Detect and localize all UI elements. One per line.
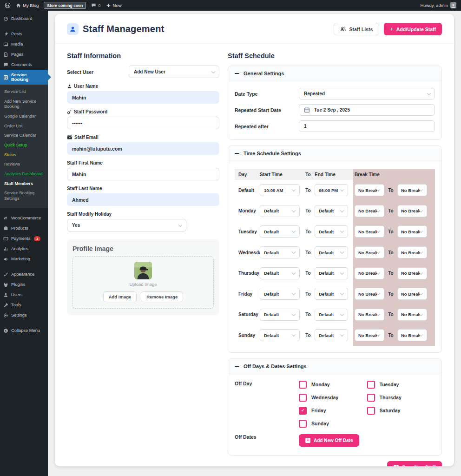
sidebar-item-collapse-menu[interactable]: Collapse Menu (0, 326, 48, 336)
staff-lists-button[interactable]: Staff Lists (334, 23, 379, 35)
break-start-select[interactable]: No Break (355, 329, 384, 341)
sidebar-item-plugins[interactable]: Plugins (0, 280, 48, 290)
sidebar-item-tools[interactable]: Tools (0, 300, 48, 311)
end-time-select[interactable]: Default (315, 246, 348, 258)
sidebar-item-posts[interactable]: Posts (0, 29, 48, 39)
add-update-staff-button[interactable]: + Add/Update Staff (384, 23, 442, 35)
off-day-option[interactable]: Saturday (367, 407, 435, 415)
staff-email-field[interactable]: mahin@lutuputu.com (67, 142, 219, 155)
site-name-menu[interactable]: My Blog (16, 3, 39, 8)
store-coming-soon-badge[interactable]: Store coming soon (44, 2, 86, 9)
break-end-select[interactable]: No Break (397, 184, 427, 196)
sidebar-item-media[interactable]: Media (0, 39, 48, 49)
off-day-option[interactable]: Sunday (299, 420, 367, 428)
sidebar-subitem[interactable]: Google Calendar (0, 112, 48, 121)
sidebar-item-products[interactable]: Products (0, 223, 48, 233)
sidebar-item-analytics[interactable]: Analytics (0, 244, 48, 254)
sidebar-item-comments[interactable]: Comments (0, 60, 48, 70)
end-time-select[interactable]: Default (315, 309, 348, 321)
break-start-select[interactable]: No Break (355, 246, 384, 258)
select-user-dropdown[interactable]: Add New User (129, 66, 219, 78)
end-time-select[interactable]: Default (315, 205, 348, 217)
staff-modify-holiday-dropdown[interactable]: Yes (67, 219, 186, 231)
break-end-select[interactable]: No Break (397, 205, 427, 217)
staff-password-field[interactable]: •••••• (67, 117, 219, 129)
sidebar-subitem[interactable]: Add New Service Booking (0, 97, 48, 112)
sidebar-item-payments[interactable]: Payments 1 (0, 233, 48, 244)
off-day-option[interactable]: Tuesday (367, 381, 435, 389)
sidebar-subitem[interactable]: Analytics Dashboard (0, 170, 48, 179)
break-start-select[interactable]: No Break (355, 225, 384, 238)
sidebar-subitem[interactable]: Service Calendar (0, 131, 48, 141)
start-time-select[interactable]: Default (260, 205, 300, 217)
add-image-button[interactable]: Add Image (103, 291, 137, 302)
sidebar-subitem[interactable]: Quick Setup (0, 141, 48, 151)
off-day-option[interactable]: Monday (299, 381, 367, 389)
start-time-select[interactable]: Default (260, 225, 300, 238)
checkbox[interactable] (367, 381, 375, 389)
sidebar-subitem[interactable]: Staff Members (0, 179, 48, 189)
date-type-dropdown[interactable]: Repeated (299, 88, 435, 99)
staff-first-name-field[interactable]: Mahin (67, 168, 219, 180)
start-time-select[interactable]: 10:00 AM (260, 184, 300, 196)
off-days-header[interactable]: Off Days & Dates Settings (228, 359, 441, 374)
start-time-select[interactable]: Default (260, 267, 300, 279)
checkbox[interactable] (299, 394, 307, 402)
break-end-select[interactable]: No Break (397, 246, 427, 258)
end-time-select[interactable]: Default (315, 288, 348, 300)
sidebar-item-users[interactable]: Users (0, 290, 48, 300)
end-time-select[interactable]: Default (315, 267, 348, 279)
save-new-staff-button[interactable]: + Save New Staff (387, 461, 442, 466)
sidebar-item-dashboard[interactable]: Dashboard (0, 13, 48, 24)
break-end-select[interactable]: No Break (397, 329, 427, 341)
to-label: To (384, 229, 397, 234)
time-schedule-header[interactable]: Time Schedule Settings (228, 146, 441, 161)
start-time-select[interactable]: Default (260, 288, 300, 300)
sidebar-item-woocommerce[interactable]: WooCommerce (0, 213, 48, 223)
sidebar-item-appearance[interactable]: Appearance (0, 270, 48, 280)
break-start-select[interactable]: No Break (355, 267, 384, 279)
break-end-select[interactable]: No Break (397, 288, 427, 300)
sidebar-subitem[interactable]: Reviews (0, 160, 48, 170)
break-start-select[interactable]: No Break (355, 184, 384, 196)
repeated-after-field[interactable]: 1 (299, 120, 435, 132)
sidebar-subitem[interactable]: Status (0, 150, 48, 160)
checkbox[interactable] (367, 407, 375, 415)
sidebar-item-service-booking[interactable]: Service Booking (0, 70, 48, 85)
sidebar-subitem[interactable]: Order List (0, 121, 48, 131)
sidebar-item-pages[interactable]: Pages (0, 49, 48, 60)
repeated-start-date-field[interactable]: Tue 2 Sep , 2025 (299, 104, 435, 116)
wordpress-logo-icon[interactable] (5, 2, 11, 8)
end-time-select[interactable]: Default (315, 329, 348, 341)
checkbox[interactable] (367, 394, 375, 402)
break-start-select[interactable]: No Break (355, 288, 384, 300)
break-end-select[interactable]: No Break (397, 267, 427, 279)
account-menu[interactable]: Howdy, admin (421, 2, 457, 8)
checkbox[interactable] (299, 420, 307, 428)
break-start-select[interactable]: No Break (355, 205, 384, 217)
off-day-option[interactable]: Friday (299, 407, 367, 415)
sidebar-subitem[interactable]: Service List (0, 87, 48, 97)
break-start-select[interactable]: No Break (355, 309, 384, 321)
remove-image-button[interactable]: Remove Image (141, 291, 183, 302)
off-day-option[interactable]: Thursday (367, 394, 435, 402)
staff-last-name-field[interactable]: Ahmed (67, 193, 219, 206)
sidebar-subitem[interactable]: Service Booking Settings (0, 189, 48, 204)
user-name-field[interactable]: Mahin (67, 91, 219, 104)
sidebar-item-settings[interactable]: Settings (0, 311, 48, 321)
sidebar-item-marketing[interactable]: Marketing (0, 254, 48, 264)
new-content-menu[interactable]: New (106, 3, 122, 8)
off-day-option[interactable]: Wednesday (299, 394, 367, 402)
start-time-select[interactable]: Default (260, 309, 300, 321)
start-time-select[interactable]: Default (260, 329, 300, 341)
checkbox[interactable] (299, 381, 307, 389)
end-time-select[interactable]: Default (315, 225, 348, 238)
break-end-select[interactable]: No Break (397, 225, 427, 238)
add-new-off-date-button[interactable]: + Add New Off Date (299, 434, 359, 447)
break-end-select[interactable]: No Break (397, 309, 427, 321)
general-settings-header[interactable]: General Settings (228, 66, 441, 81)
comments-menu[interactable]: 0 (91, 3, 100, 8)
checkbox[interactable] (299, 407, 307, 415)
start-time-select[interactable]: Default (260, 246, 300, 258)
end-time-select[interactable]: 06:00 PM (315, 184, 348, 196)
